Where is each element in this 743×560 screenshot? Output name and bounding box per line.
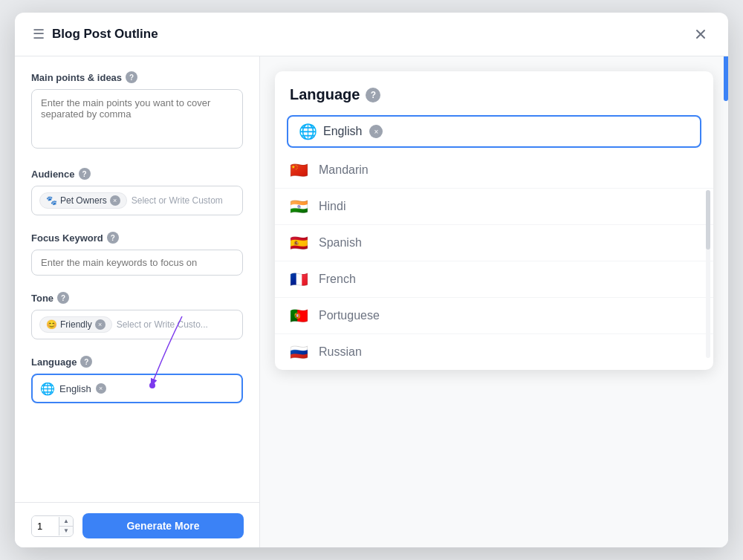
focus-keyword-group: Focus Keyword ? [31, 232, 243, 276]
count-input-wrapper[interactable]: ▲ ▼ [31, 515, 74, 537]
count-up-button[interactable]: ▲ [59, 517, 73, 527]
title-row: ☰ Blog Post Outline [33, 26, 158, 42]
mandarin-flag: 🇨🇳 [290, 163, 308, 178]
audience-tag-input[interactable]: 🐾 Pet Owners × Select or Write Custom [31, 186, 243, 215]
tone-help-icon[interactable]: ? [57, 292, 69, 304]
mandarin-name: Mandarin [319, 163, 369, 177]
left-panel: Main points & ideas ? Audience ? 🐾 Pet O… [15, 56, 260, 547]
main-points-label: Main points & ideas ? [31, 71, 243, 83]
portuguese-name: Portuguese [319, 309, 380, 322]
language-list: 🇨🇳 Mandarin 🇮🇳 Hindi 🇪🇸 Spanish [275, 152, 713, 370]
main-points-help-icon[interactable]: ? [126, 71, 137, 83]
tone-label: Tone ? [31, 292, 243, 304]
right-panel: Language ? 🌐 English × 🇨🇳 Mandarin [260, 56, 728, 547]
modal-header: ☰ Blog Post Outline [15, 13, 728, 56]
language-item-hindi[interactable]: 🇮🇳 Hindi [275, 189, 713, 225]
modal: ☰ Blog Post Outline Main points & ideas … [15, 13, 728, 547]
scrollbar-thumb[interactable] [706, 190, 710, 250]
language-globe-icon: 🌐 [40, 382, 55, 396]
friendly-emoji: 😊 [46, 319, 57, 330]
russian-name: Russian [319, 345, 362, 359]
selected-name: English [323, 125, 362, 138]
language-item-russian[interactable]: 🇷🇺 Russian [275, 334, 713, 370]
modal-title: Blog Post Outline [52, 27, 158, 42]
scrollbar-track[interactable] [706, 190, 710, 358]
language-tag-remove[interactable]: × [96, 383, 106, 394]
tone-tag-input[interactable]: 😊 Friendly × Select or Write Custo... [31, 310, 243, 339]
generate-button[interactable]: Generate More [82, 513, 244, 538]
language-label: Language ? [31, 356, 243, 368]
hindi-flag: 🇮🇳 [290, 199, 308, 214]
language-dropdown-header: Language ? [275, 71, 713, 115]
selected-flag: 🌐 [299, 124, 317, 139]
audience-tag: 🐾 Pet Owners × [39, 192, 127, 209]
tone-tag-remove[interactable]: × [95, 319, 106, 330]
modal-body: Main points & ideas ? Audience ? 🐾 Pet O… [15, 56, 728, 547]
language-dropdown-help-icon[interactable]: ? [366, 88, 380, 102]
focus-keyword-input[interactable] [31, 250, 243, 276]
audience-help-icon[interactable]: ? [79, 168, 91, 180]
tone-tag: 😊 Friendly × [39, 316, 112, 333]
count-input[interactable] [32, 516, 59, 536]
language-item-portuguese[interactable]: 🇵🇹 Portuguese [275, 298, 713, 334]
spanish-name: Spanish [319, 236, 362, 250]
outline-icon: ☰ [33, 26, 45, 42]
language-help-icon[interactable]: ? [80, 356, 92, 368]
audience-label: Audience ? [31, 168, 243, 180]
french-flag: 🇫🇷 [290, 272, 308, 287]
focus-keyword-help-icon[interactable]: ? [107, 232, 119, 244]
main-points-group: Main points & ideas ? [31, 71, 243, 152]
main-points-textarea[interactable] [31, 89, 243, 149]
language-selected-box[interactable]: 🌐 English × [287, 115, 701, 148]
close-button[interactable] [691, 25, 710, 44]
portuguese-flag: 🇵🇹 [290, 308, 308, 323]
tone-group: Tone ? 😊 Friendly × Select or Write Cust… [31, 292, 243, 339]
language-item-mandarin[interactable]: 🇨🇳 Mandarin [275, 152, 713, 189]
selected-remove-button[interactable]: × [369, 125, 383, 138]
count-spinners: ▲ ▼ [59, 517, 73, 535]
spanish-flag: 🇪🇸 [290, 235, 308, 250]
language-field[interactable]: 🌐 English × [31, 374, 243, 403]
russian-flag: 🇷🇺 [290, 345, 308, 359]
focus-keyword-label: Focus Keyword ? [31, 232, 243, 244]
hindi-name: Hindi [319, 200, 345, 213]
count-down-button[interactable]: ▼ [59, 527, 73, 535]
audience-group: Audience ? 🐾 Pet Owners × Select or Writ… [31, 168, 243, 215]
bottom-bar: ▲ ▼ Generate More [15, 502, 260, 547]
language-group: Language ? 🌐 English × [31, 356, 243, 403]
french-name: French [319, 273, 356, 286]
paw-icon: 🐾 [46, 195, 57, 206]
audience-tag-remove[interactable]: × [110, 195, 120, 206]
language-dropdown: Language ? 🌐 English × 🇨🇳 Mandarin [275, 71, 713, 370]
audience-placeholder: Select or Write Custom [132, 195, 223, 206]
right-panel-inner: Language ? 🌐 English × 🇨🇳 Mandarin [260, 56, 728, 547]
tone-placeholder: Select or Write Custo... [117, 319, 208, 330]
language-item-spanish[interactable]: 🇪🇸 Spanish [275, 225, 713, 261]
language-item-french[interactable]: 🇫🇷 French [275, 261, 713, 298]
right-edge-bar [724, 56, 728, 101]
